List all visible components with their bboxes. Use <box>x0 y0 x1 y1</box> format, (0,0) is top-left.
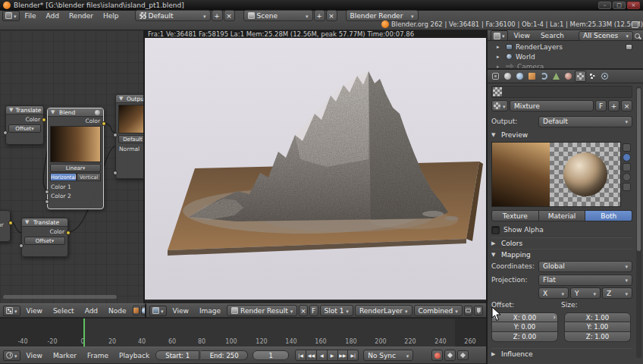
blend-progression-dropdown[interactable]: Linear <box>50 164 101 172</box>
node-menu-add[interactable]: Add <box>80 306 102 315</box>
color-output-socket[interactable] <box>102 121 106 126</box>
offset-y-field[interactable]: Y: 0.00 <box>491 322 558 332</box>
projection-dropdown[interactable]: Flat <box>538 275 632 286</box>
scopes-icon[interactable] <box>464 306 473 315</box>
translate-bottom-offset-field[interactable]: Offset <box>24 237 65 245</box>
offset-x-field[interactable]: X: 0.00 <box>491 312 558 322</box>
menu-file[interactable]: File <box>20 11 41 20</box>
tab-render[interactable] <box>490 71 501 82</box>
translate-top-offset-field[interactable]: Offset <box>8 124 41 133</box>
node-translate-bottom[interactable]: ▼Translate Color Offset <box>21 218 68 257</box>
layout-delete-button[interactable]: × <box>224 10 235 21</box>
frame-start-field[interactable]: Start: 1 <box>155 350 199 360</box>
texture-name-field[interactable]: Mixture <box>510 100 594 111</box>
sync-dropdown[interactable]: No Sync <box>363 350 413 361</box>
preview-monkey-icon[interactable] <box>623 173 631 181</box>
output-name-field[interactable]: Default <box>118 135 145 143</box>
preview-sphere-icon[interactable] <box>623 153 631 162</box>
screen-layout-selector[interactable]: Default <box>135 10 211 21</box>
preview-mode-material[interactable]: Material <box>539 210 586 221</box>
show-alpha-checkbox[interactable] <box>491 226 500 234</box>
image-editor-viewport[interactable]: Fra:1 Ve:36481 Fa:58195 La:1 Mem:25.28M … <box>145 30 486 303</box>
size-z-field[interactable]: Z: 1.00 <box>564 332 631 342</box>
image-unlink-button[interactable]: × <box>299 305 308 316</box>
normal-input-socket[interactable] <box>113 171 118 175</box>
play-button[interactable]: ▶ <box>328 350 338 361</box>
preview-cube-icon[interactable] <box>623 163 631 171</box>
texture-browse-button[interactable] <box>491 100 508 111</box>
timeline-editor-type-button[interactable] <box>3 350 20 361</box>
color1-input-socket[interactable] <box>45 190 49 194</box>
render-layer-dropdown[interactable]: RenderLayer <box>355 305 412 316</box>
close-button[interactable]: × <box>627 2 640 9</box>
blend-vertical-button[interactable]: Vertical <box>77 173 101 181</box>
outliner-filter-dropdown[interactable]: All Scenes <box>579 31 633 41</box>
next-keyframe-button[interactable]: ▶▶ <box>338 350 349 361</box>
outliner-menu-view[interactable]: View <box>510 31 535 40</box>
node-translate-top[interactable]: ▼Translate Color Offset <box>5 105 44 145</box>
tab-world[interactable] <box>514 71 525 82</box>
color2-input-socket[interactable] <box>45 199 49 204</box>
panel-influence[interactable]: ▶Influence <box>491 348 632 359</box>
offset-z-field[interactable]: Z: 0.00 <box>491 332 558 342</box>
tab-modifiers[interactable] <box>538 71 550 82</box>
node-editor-type-button[interactable] <box>3 306 20 316</box>
panel-colors[interactable]: ▶Colors <box>491 237 632 249</box>
timeline-menu-marker[interactable]: Marker <box>49 351 81 360</box>
output-node-dropdown[interactable]: Default <box>538 116 632 127</box>
node-preview-toggle-icon[interactable] <box>95 110 100 115</box>
image-menu-image[interactable]: Image <box>195 306 225 315</box>
properties-scrollbar[interactable] <box>636 86 641 358</box>
menu-add[interactable]: Add <box>42 11 64 20</box>
image-selector[interactable]: Render Result <box>227 305 297 316</box>
texture-type-object-icon[interactable] <box>133 306 140 315</box>
timeline-menu-frame[interactable]: Frame <box>83 351 113 360</box>
scene-selector[interactable]: Scene <box>243 10 313 21</box>
editor-type-button[interactable] <box>2 11 20 21</box>
keying-set-button[interactable] <box>444 350 456 361</box>
preview-mode-both[interactable]: Both <box>585 210 632 221</box>
blend-horizontal-button[interactable]: Horizontal <box>50 173 77 181</box>
node-translate-bottom-header[interactable]: ▼Translate <box>22 218 67 227</box>
scene-delete-button[interactable]: × <box>326 10 337 21</box>
node-blend-header[interactable]: ▼Blend <box>48 108 103 117</box>
tab-physics[interactable] <box>599 71 610 82</box>
outliner-item-world[interactable]: ▸ World <box>488 52 643 61</box>
current-frame-field[interactable]: 1 <box>252 350 289 360</box>
axis-z-dropdown[interactable]: Z <box>602 287 632 299</box>
current-frame-line[interactable] <box>83 318 85 347</box>
node-output[interactable]: ▼Output Default Normal <box>115 94 145 179</box>
offset-input-socket[interactable] <box>3 130 8 135</box>
image-pin-icon[interactable] <box>474 306 483 315</box>
layout-add-button[interactable]: + <box>212 10 223 21</box>
node-menu-node[interactable]: Node <box>104 306 131 315</box>
menu-render[interactable]: Render <box>64 11 98 20</box>
node-editor-viewport[interactable]: ▼Translate Color Offset ▼Blend Color Lin… <box>0 30 145 303</box>
timeline-menu-view[interactable]: View <box>22 351 47 360</box>
search-icon[interactable] <box>635 33 640 39</box>
timeline-ruler[interactable]: -40 -20 0 20 40 60 80 100 120 140 160 18… <box>0 318 486 347</box>
frame-end-field[interactable]: End: 250 <box>201 350 248 360</box>
jump-to-end-button[interactable]: ▶| <box>348 350 359 361</box>
coordinates-dropdown[interactable]: Global <box>538 261 632 272</box>
render-engine-selector[interactable]: Blender Render <box>346 10 419 21</box>
node-partial-left[interactable]: or <box>0 210 11 242</box>
color-output-socket[interactable] <box>66 231 71 235</box>
axis-y-dropdown[interactable]: Y <box>570 287 601 299</box>
menu-help[interactable]: Help <box>99 11 124 20</box>
scene-add-button[interactable]: + <box>314 10 325 21</box>
tab-particles[interactable] <box>587 71 598 82</box>
render-pass-dropdown[interactable]: Combined <box>414 305 463 316</box>
play-reverse-button[interactable]: ◀ <box>317 350 328 361</box>
slot-dropdown[interactable]: Slot 1 <box>320 305 353 316</box>
image-fake-user-button[interactable]: F <box>309 305 318 316</box>
texture-unlink-button[interactable]: × <box>621 100 632 111</box>
panel-preview[interactable]: ▼Preview <box>491 129 632 140</box>
axis-x-dropdown[interactable]: X <box>538 287 569 299</box>
node-menu-view[interactable]: View <box>22 306 47 315</box>
node-menu-select[interactable]: Select <box>49 306 79 315</box>
image-editor-type-button[interactable] <box>149 306 167 316</box>
node-output-header[interactable]: ▼Output <box>116 95 145 103</box>
image-menu-view[interactable]: View <box>168 306 193 315</box>
texture-add-button[interactable]: + <box>608 100 619 111</box>
